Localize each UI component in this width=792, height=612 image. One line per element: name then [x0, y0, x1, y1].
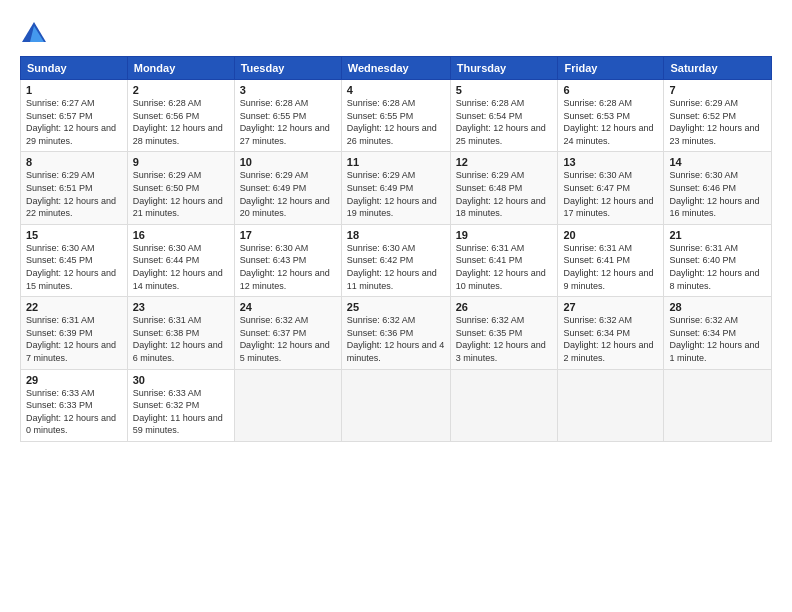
day-info: Sunrise: 6:28 AMSunset: 6:53 PMDaylight:…	[563, 97, 658, 147]
day-info: Sunrise: 6:32 AMSunset: 6:35 PMDaylight:…	[456, 314, 553, 364]
day-cell: 8Sunrise: 6:29 AMSunset: 6:51 PMDaylight…	[21, 152, 128, 224]
day-number: 5	[456, 84, 553, 96]
day-cell: 26Sunrise: 6:32 AMSunset: 6:35 PMDayligh…	[450, 297, 558, 369]
day-cell: 24Sunrise: 6:32 AMSunset: 6:37 PMDayligh…	[234, 297, 341, 369]
day-number: 3	[240, 84, 336, 96]
day-info: Sunrise: 6:28 AMSunset: 6:56 PMDaylight:…	[133, 97, 229, 147]
day-cell	[664, 369, 772, 441]
day-info: Sunrise: 6:31 AMSunset: 6:38 PMDaylight:…	[133, 314, 229, 364]
day-info: Sunrise: 6:33 AMSunset: 6:33 PMDaylight:…	[26, 387, 122, 437]
day-info: Sunrise: 6:28 AMSunset: 6:55 PMDaylight:…	[240, 97, 336, 147]
day-number: 16	[133, 229, 229, 241]
day-number: 12	[456, 156, 553, 168]
day-info: Sunrise: 6:32 AMSunset: 6:37 PMDaylight:…	[240, 314, 336, 364]
day-cell: 28Sunrise: 6:32 AMSunset: 6:34 PMDayligh…	[664, 297, 772, 369]
day-cell: 30Sunrise: 6:33 AMSunset: 6:32 PMDayligh…	[127, 369, 234, 441]
day-info: Sunrise: 6:31 AMSunset: 6:41 PMDaylight:…	[456, 242, 553, 292]
day-number: 22	[26, 301, 122, 313]
logo	[20, 20, 52, 48]
day-info: Sunrise: 6:27 AMSunset: 6:57 PMDaylight:…	[26, 97, 122, 147]
logo-icon	[20, 20, 48, 48]
day-number: 27	[563, 301, 658, 313]
day-info: Sunrise: 6:29 AMSunset: 6:51 PMDaylight:…	[26, 169, 122, 219]
day-cell: 17Sunrise: 6:30 AMSunset: 6:43 PMDayligh…	[234, 224, 341, 296]
day-cell	[558, 369, 664, 441]
day-number: 28	[669, 301, 766, 313]
day-cell: 25Sunrise: 6:32 AMSunset: 6:36 PMDayligh…	[341, 297, 450, 369]
day-cell: 13Sunrise: 6:30 AMSunset: 6:47 PMDayligh…	[558, 152, 664, 224]
day-number: 9	[133, 156, 229, 168]
column-header-tuesday: Tuesday	[234, 57, 341, 80]
day-cell: 19Sunrise: 6:31 AMSunset: 6:41 PMDayligh…	[450, 224, 558, 296]
day-info: Sunrise: 6:31 AMSunset: 6:40 PMDaylight:…	[669, 242, 766, 292]
day-cell: 21Sunrise: 6:31 AMSunset: 6:40 PMDayligh…	[664, 224, 772, 296]
day-cell: 5Sunrise: 6:28 AMSunset: 6:54 PMDaylight…	[450, 80, 558, 152]
column-header-monday: Monday	[127, 57, 234, 80]
day-number: 8	[26, 156, 122, 168]
day-number: 25	[347, 301, 445, 313]
day-cell: 6Sunrise: 6:28 AMSunset: 6:53 PMDaylight…	[558, 80, 664, 152]
day-info: Sunrise: 6:30 AMSunset: 6:47 PMDaylight:…	[563, 169, 658, 219]
day-number: 17	[240, 229, 336, 241]
week-row-2: 8Sunrise: 6:29 AMSunset: 6:51 PMDaylight…	[21, 152, 772, 224]
day-cell: 20Sunrise: 6:31 AMSunset: 6:41 PMDayligh…	[558, 224, 664, 296]
day-number: 11	[347, 156, 445, 168]
day-cell: 10Sunrise: 6:29 AMSunset: 6:49 PMDayligh…	[234, 152, 341, 224]
day-info: Sunrise: 6:32 AMSunset: 6:36 PMDaylight:…	[347, 314, 445, 364]
day-cell	[450, 369, 558, 441]
day-cell: 29Sunrise: 6:33 AMSunset: 6:33 PMDayligh…	[21, 369, 128, 441]
day-cell: 12Sunrise: 6:29 AMSunset: 6:48 PMDayligh…	[450, 152, 558, 224]
week-row-1: 1Sunrise: 6:27 AMSunset: 6:57 PMDaylight…	[21, 80, 772, 152]
day-cell: 9Sunrise: 6:29 AMSunset: 6:50 PMDaylight…	[127, 152, 234, 224]
day-number: 2	[133, 84, 229, 96]
column-header-friday: Friday	[558, 57, 664, 80]
day-number: 30	[133, 374, 229, 386]
week-row-4: 22Sunrise: 6:31 AMSunset: 6:39 PMDayligh…	[21, 297, 772, 369]
day-info: Sunrise: 6:31 AMSunset: 6:39 PMDaylight:…	[26, 314, 122, 364]
day-number: 18	[347, 229, 445, 241]
day-number: 1	[26, 84, 122, 96]
calendar: SundayMondayTuesdayWednesdayThursdayFrid…	[20, 56, 772, 442]
header	[20, 16, 772, 48]
day-cell: 22Sunrise: 6:31 AMSunset: 6:39 PMDayligh…	[21, 297, 128, 369]
column-header-saturday: Saturday	[664, 57, 772, 80]
day-cell: 3Sunrise: 6:28 AMSunset: 6:55 PMDaylight…	[234, 80, 341, 152]
day-cell: 1Sunrise: 6:27 AMSunset: 6:57 PMDaylight…	[21, 80, 128, 152]
day-number: 21	[669, 229, 766, 241]
day-number: 15	[26, 229, 122, 241]
day-info: Sunrise: 6:28 AMSunset: 6:54 PMDaylight:…	[456, 97, 553, 147]
column-header-thursday: Thursday	[450, 57, 558, 80]
day-number: 13	[563, 156, 658, 168]
day-info: Sunrise: 6:29 AMSunset: 6:52 PMDaylight:…	[669, 97, 766, 147]
day-number: 10	[240, 156, 336, 168]
day-cell: 15Sunrise: 6:30 AMSunset: 6:45 PMDayligh…	[21, 224, 128, 296]
day-number: 14	[669, 156, 766, 168]
day-number: 29	[26, 374, 122, 386]
day-number: 26	[456, 301, 553, 313]
day-info: Sunrise: 6:30 AMSunset: 6:46 PMDaylight:…	[669, 169, 766, 219]
day-info: Sunrise: 6:29 AMSunset: 6:48 PMDaylight:…	[456, 169, 553, 219]
day-info: Sunrise: 6:30 AMSunset: 6:42 PMDaylight:…	[347, 242, 445, 292]
day-info: Sunrise: 6:30 AMSunset: 6:43 PMDaylight:…	[240, 242, 336, 292]
day-info: Sunrise: 6:29 AMSunset: 6:49 PMDaylight:…	[240, 169, 336, 219]
header-row: SundayMondayTuesdayWednesdayThursdayFrid…	[21, 57, 772, 80]
page: SundayMondayTuesdayWednesdayThursdayFrid…	[0, 0, 792, 612]
day-number: 4	[347, 84, 445, 96]
day-cell	[234, 369, 341, 441]
week-row-3: 15Sunrise: 6:30 AMSunset: 6:45 PMDayligh…	[21, 224, 772, 296]
day-info: Sunrise: 6:30 AMSunset: 6:45 PMDaylight:…	[26, 242, 122, 292]
day-cell	[341, 369, 450, 441]
day-info: Sunrise: 6:32 AMSunset: 6:34 PMDaylight:…	[563, 314, 658, 364]
day-info: Sunrise: 6:29 AMSunset: 6:49 PMDaylight:…	[347, 169, 445, 219]
day-info: Sunrise: 6:33 AMSunset: 6:32 PMDaylight:…	[133, 387, 229, 437]
day-number: 7	[669, 84, 766, 96]
day-cell: 18Sunrise: 6:30 AMSunset: 6:42 PMDayligh…	[341, 224, 450, 296]
day-number: 23	[133, 301, 229, 313]
column-header-wednesday: Wednesday	[341, 57, 450, 80]
day-cell: 27Sunrise: 6:32 AMSunset: 6:34 PMDayligh…	[558, 297, 664, 369]
day-info: Sunrise: 6:30 AMSunset: 6:44 PMDaylight:…	[133, 242, 229, 292]
day-cell: 11Sunrise: 6:29 AMSunset: 6:49 PMDayligh…	[341, 152, 450, 224]
week-row-5: 29Sunrise: 6:33 AMSunset: 6:33 PMDayligh…	[21, 369, 772, 441]
day-info: Sunrise: 6:31 AMSunset: 6:41 PMDaylight:…	[563, 242, 658, 292]
column-header-sunday: Sunday	[21, 57, 128, 80]
